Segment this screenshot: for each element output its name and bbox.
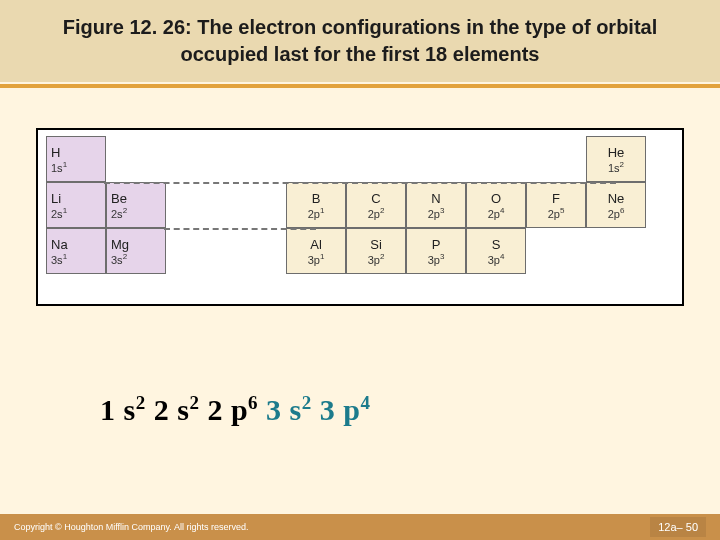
- accent-rule: [0, 84, 720, 88]
- empty-cell: [166, 136, 226, 182]
- element-config: 2p4: [488, 206, 505, 220]
- element-config: 1s2: [608, 160, 624, 174]
- element-config: 3p2: [368, 252, 385, 266]
- electron-config-summary: 1 s2 2 s2 2 p6 3 s2 3 p4: [100, 392, 370, 427]
- element-config: 3p1: [308, 252, 325, 266]
- empty-cell: [346, 136, 406, 182]
- empty-cell: [466, 136, 526, 182]
- element-config: 3p4: [488, 252, 505, 266]
- element-cell-al: Al3p1: [286, 228, 346, 274]
- empty-cell: [166, 182, 226, 228]
- element-config: 2s1: [51, 206, 105, 220]
- element-symbol: N: [431, 191, 440, 206]
- element-symbol: O: [491, 191, 501, 206]
- page-number: 12a– 50: [650, 517, 706, 537]
- element-cell-na: Na3s1: [46, 228, 106, 274]
- element-symbol: Ne: [608, 191, 625, 206]
- empty-cell: [526, 228, 586, 274]
- periodic-table: H1s1He1s2Li2s1Be2s2B2p1C2p2N2p3O2p4F2p5N…: [42, 136, 678, 274]
- element-symbol: P: [432, 237, 441, 252]
- element-cell-n: N2p3: [406, 182, 466, 228]
- config-term: 2 p6: [199, 393, 258, 426]
- element-symbol: C: [371, 191, 380, 206]
- element-cell-c: C2p2: [346, 182, 406, 228]
- element-symbol: Mg: [111, 237, 165, 252]
- empty-cell: [226, 228, 286, 274]
- element-cell-s: S3p4: [466, 228, 526, 274]
- config-term: 3 p4: [312, 393, 371, 426]
- dashed-guide-bottom: [164, 228, 316, 230]
- copyright-text: Copyright © Houghton Mifflin Company. Al…: [14, 522, 248, 532]
- element-config: 2p2: [368, 206, 385, 220]
- empty-cell: [166, 228, 226, 274]
- slide: Figure 12. 26: The electron configuratio…: [0, 0, 720, 540]
- element-symbol: Li: [51, 191, 105, 206]
- element-cell-he: He1s2: [586, 136, 646, 182]
- dashed-guide-top: [104, 182, 616, 184]
- element-cell-b: B2p1: [286, 182, 346, 228]
- figure-area: H1s1He1s2Li2s1Be2s2B2p1C2p2N2p3O2p4F2p5N…: [36, 128, 684, 306]
- config-term: 3 s2: [258, 393, 312, 426]
- element-config: 2p3: [428, 206, 445, 220]
- ptable-row: Na3s1Mg3s2Al3p1Si3p2P3p3S3p4: [46, 228, 674, 274]
- element-symbol: He: [608, 145, 625, 160]
- element-symbol: H: [51, 145, 105, 160]
- ptable-row: Li2s1Be2s2B2p1C2p2N2p3O2p4F2p5Ne2p6: [46, 182, 674, 228]
- empty-cell: [286, 136, 346, 182]
- empty-cell: [406, 136, 466, 182]
- element-cell-p: P3p3: [406, 228, 466, 274]
- empty-cell: [226, 182, 286, 228]
- element-cell-si: Si3p2: [346, 228, 406, 274]
- element-symbol: Al: [310, 237, 322, 252]
- footer-bar: Copyright © Houghton Mifflin Company. Al…: [0, 514, 720, 540]
- element-config: 2p6: [608, 206, 625, 220]
- element-config: 2p1: [308, 206, 325, 220]
- element-symbol: Si: [370, 237, 382, 252]
- element-config: 3p3: [428, 252, 445, 266]
- ptable-row: H1s1He1s2: [46, 136, 674, 182]
- title-band: Figure 12. 26: The electron configuratio…: [0, 0, 720, 82]
- element-cell-be: Be2s2: [106, 182, 166, 228]
- empty-cell: [526, 136, 586, 182]
- element-config: 3s2: [111, 252, 165, 266]
- element-cell-h: H1s1: [46, 136, 106, 182]
- empty-cell: [586, 228, 646, 274]
- element-cell-f: F2p5: [526, 182, 586, 228]
- element-cell-o: O2p4: [466, 182, 526, 228]
- element-config: 1s1: [51, 160, 105, 174]
- element-cell-ne: Ne2p6: [586, 182, 646, 228]
- element-config: 2p5: [548, 206, 565, 220]
- element-cell-mg: Mg3s2: [106, 228, 166, 274]
- config-term: 1 s2: [100, 393, 146, 426]
- element-symbol: B: [312, 191, 321, 206]
- element-config: 3s1: [51, 252, 105, 266]
- config-term: 2 s2: [146, 393, 200, 426]
- empty-cell: [226, 136, 286, 182]
- element-cell-li: Li2s1: [46, 182, 106, 228]
- empty-cell: [106, 136, 166, 182]
- element-symbol: Be: [111, 191, 165, 206]
- element-symbol: S: [492, 237, 501, 252]
- slide-title: Figure 12. 26: The electron configuratio…: [40, 14, 680, 68]
- element-symbol: F: [552, 191, 560, 206]
- element-config: 2s2: [111, 206, 165, 220]
- element-symbol: Na: [51, 237, 105, 252]
